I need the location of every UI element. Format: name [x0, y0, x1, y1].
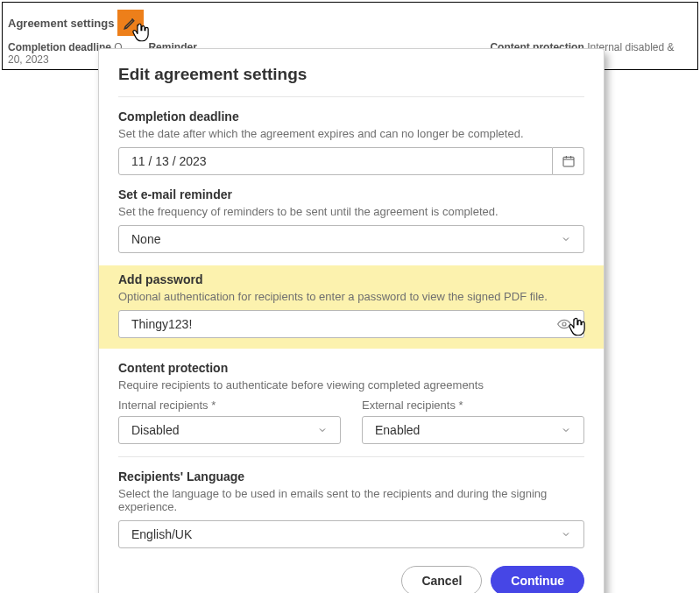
deadline-desc: Set the date after which the agreement e… [118, 127, 584, 140]
modal-title: Edit agreement settings [118, 65, 584, 97]
reminder-title: Set e-mail reminder [118, 187, 584, 201]
password-title: Add password [118, 272, 584, 286]
pencil-icon [123, 15, 138, 31]
external-select-value: Enabled [375, 423, 420, 437]
language-title: Recipients' Language [118, 469, 584, 484]
continue-button[interactable]: Continue [491, 566, 584, 593]
edit-agreement-button[interactable] [117, 10, 144, 36]
password-desc: Optional authentication for recipients t… [118, 290, 584, 303]
svg-rect-0 [563, 157, 574, 166]
language-section: Recipients' Language Select the language… [118, 469, 584, 548]
external-select[interactable]: Enabled [362, 416, 584, 444]
password-input[interactable]: Thingy123! [118, 310, 584, 338]
chevron-down-icon [317, 425, 328, 435]
language-desc: Select the language to be used in emails… [118, 487, 584, 513]
completion-deadline-section: Completion deadline Set the date after w… [118, 109, 584, 175]
eye-icon[interactable] [557, 317, 571, 331]
calendar-icon [562, 154, 576, 168]
reminder-desc: Set the frequency of reminders to be sen… [118, 205, 584, 218]
svg-point-1 [562, 322, 566, 326]
cancel-button[interactable]: Cancel [401, 566, 482, 593]
internal-select[interactable]: Disabled [118, 416, 341, 444]
chevron-down-icon [561, 425, 571, 435]
password-input-value: Thingy123! [131, 317, 192, 331]
protection-desc: Require recipients to authenticate befor… [118, 378, 584, 392]
reminder-select-value: None [131, 232, 160, 246]
completion-deadline-label: Completion deadline [8, 41, 111, 53]
protection-section: Content protection Require recipients to… [118, 361, 584, 444]
calendar-button[interactable] [553, 147, 584, 175]
edit-agreement-modal: Edit agreement settings Completion deadl… [98, 48, 605, 593]
reminder-select[interactable]: None [118, 225, 584, 253]
language-select-value: English/UK [131, 527, 192, 541]
chevron-down-icon [561, 529, 571, 540]
deadline-title: Completion deadline [118, 109, 584, 124]
separator [118, 456, 584, 457]
chevron-down-icon [561, 234, 571, 244]
language-select[interactable]: English/UK [118, 520, 584, 548]
password-section: Add password Optional authentication for… [99, 265, 604, 349]
external-label: External recipients * [362, 399, 584, 412]
deadline-date-input[interactable]: 11 / 13 / 2023 [118, 147, 553, 175]
reminder-section: Set e-mail reminder Set the frequency of… [118, 187, 584, 253]
internal-select-value: Disabled [131, 423, 179, 437]
agreement-settings-label: Agreement settings [8, 17, 114, 30]
internal-label: Internal recipients * [118, 399, 341, 412]
protection-title: Content protection [118, 361, 584, 375]
